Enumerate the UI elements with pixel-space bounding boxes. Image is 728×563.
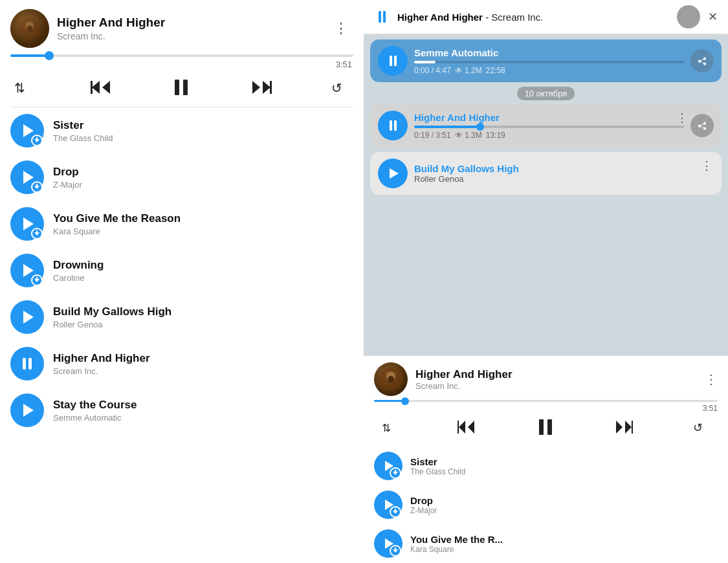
track-item[interactable]: You Give Me the Reason Kara Square: [0, 201, 364, 247]
shuffle-button[interactable]: ⇅: [13, 78, 31, 96]
track-info: Higher And Higher Scream Inc.: [53, 352, 353, 376]
right-repeat-button[interactable]: ↺: [693, 419, 710, 435]
msg-pause-button[interactable]: [378, 111, 408, 140]
audio-message[interactable]: Higher And Higher 0:19 / 3:51 👁 1.3M 13:…: [370, 104, 722, 147]
right-track-play-button[interactable]: [374, 452, 403, 480]
left-more-button[interactable]: ⋮: [329, 17, 353, 39]
right-track-play-button[interactable]: [374, 529, 403, 558]
msg-waveform-thumb: [476, 123, 484, 131]
svg-text:⇅: ⇅: [382, 422, 391, 434]
pause-button[interactable]: [171, 77, 192, 98]
right-track-item[interactable]: You Give Me the R... Kara Square: [364, 524, 728, 563]
album-art: [10, 9, 49, 48]
right-top-pause-button[interactable]: [371, 6, 392, 27]
right-track-item[interactable]: Drop Z-Major: [364, 485, 728, 524]
msg-eye-icon: 👁 1.3M: [455, 131, 482, 140]
track-play-button[interactable]: [10, 300, 44, 334]
track-item[interactable]: Drowning Caroline: [0, 247, 364, 294]
download-badge: [390, 467, 401, 479]
right-tracklist: Sister The Glass Child Drop Z-Major: [364, 447, 728, 563]
msg-share-button[interactable]: [690, 114, 714, 137]
download-badge: [31, 274, 43, 286]
msg-meta: 0:00 / 4:47 👁 1.2M 22:58: [414, 66, 684, 75]
right-track-info: You Give Me the R... Kara Square: [410, 534, 718, 554]
track-artist: Caroline: [53, 273, 353, 283]
track-item[interactable]: Drop Z-Major: [0, 154, 364, 201]
audio-message[interactable]: Semme Automatic 0:00 / 4:47 👁 1.2M 22:58: [370, 39, 722, 82]
right-progress-bar[interactable]: [374, 400, 718, 402]
msg-title: Higher And Higher: [414, 112, 684, 123]
next-button[interactable]: [250, 78, 273, 96]
svg-rect-16: [36, 184, 38, 186]
msg-more-button[interactable]: ⋮: [674, 109, 690, 126]
right-player-artist: Scream Inc.: [415, 381, 697, 391]
svg-rect-11: [270, 81, 272, 94]
msg-more-button[interactable]: ⋮: [698, 157, 715, 174]
left-progress-bar[interactable]: [10, 54, 353, 57]
repeat-button[interactable]: ↺: [331, 78, 351, 96]
track-play-button[interactable]: [10, 347, 44, 381]
track-item[interactable]: Sister The Glass Child: [0, 107, 364, 154]
svg-rect-20: [36, 277, 38, 280]
track-name: Higher And Higher: [53, 352, 353, 365]
audio-message[interactable]: Build My Gallows High Roller Genoa ⋮: [370, 152, 722, 195]
right-next-button[interactable]: [613, 419, 634, 435]
svg-rect-37: [395, 509, 396, 511]
right-progress-area[interactable]: 3:51: [374, 400, 718, 413]
msg-waveform[interactable]: [414, 61, 684, 63]
svg-marker-4: [92, 81, 100, 94]
msg-info: Semme Automatic 0:00 / 4:47 👁 1.2M 22:58: [414, 47, 684, 75]
msg-share-button[interactable]: [690, 49, 714, 72]
track-play-button[interactable]: [10, 160, 44, 194]
msg-waveform[interactable]: [414, 126, 684, 128]
right-track-play-button[interactable]: [374, 491, 403, 519]
track-info: Stay the Course Semme Automatic: [53, 399, 353, 423]
track-item[interactable]: Stay the Course Semme Automatic: [0, 387, 364, 434]
track-play-button[interactable]: [10, 393, 44, 427]
right-top-close-button[interactable]: ✕: [705, 7, 720, 27]
msg-duration: 22:58: [486, 66, 505, 75]
download-badge: [31, 181, 43, 193]
right-prev-button[interactable]: [456, 419, 477, 435]
right-player-info: Higher And Higher Scream Inc.: [415, 368, 697, 391]
right-player-title: Higher And Higher: [415, 368, 697, 381]
play-icon: [23, 217, 34, 230]
right-track-item[interactable]: Sister The Glass Child: [364, 447, 728, 485]
msg-play-button[interactable]: [378, 159, 408, 188]
track-play-button[interactable]: [10, 114, 44, 148]
right-top-avatar: [677, 5, 700, 28]
date-text: 10 октября: [517, 87, 575, 100]
right-time-display: 3:51: [374, 404, 718, 413]
right-top-song-title: Higher And Higher: [397, 12, 483, 23]
right-track-info: Sister The Glass Child: [410, 456, 718, 476]
svg-rect-18: [36, 230, 38, 233]
track-name: Stay the Course: [53, 399, 353, 412]
msg-duration: 13:19: [486, 131, 505, 140]
svg-rect-8: [183, 80, 188, 95]
play-icon: [23, 264, 34, 277]
msg-play-icon: [390, 168, 399, 179]
prev-button[interactable]: [89, 78, 113, 96]
track-item[interactable]: Higher And Higher Scream Inc.: [0, 340, 364, 387]
msg-info: Build My Gallows High Roller Genoa: [414, 163, 714, 184]
track-play-button[interactable]: [10, 207, 44, 241]
right-more-button[interactable]: ⋮: [705, 371, 718, 387]
right-shuffle-button[interactable]: ⇅: [382, 419, 397, 435]
right-album-art: [374, 362, 408, 396]
track-item[interactable]: Build My Gallows High Roller Genoa: [0, 294, 364, 340]
msg-pause-button[interactable]: [378, 46, 408, 76]
download-badge: [31, 228, 43, 239]
track-play-button[interactable]: [10, 254, 44, 287]
left-player-header: Higher And Higher Scream Inc. ⋮: [0, 0, 364, 52]
svg-rect-6: [91, 81, 93, 94]
left-progress-area[interactable]: 3:51: [0, 52, 364, 71]
svg-rect-14: [36, 137, 38, 140]
right-pause-button[interactable]: [536, 418, 555, 436]
right-progress-thumb: [401, 397, 409, 405]
svg-text:↺: ↺: [693, 421, 703, 434]
track-artist: Semme Automatic: [53, 413, 353, 423]
right-player: Higher And Higher Scream Inc. ⋮ 3:51 ⇅: [364, 355, 728, 447]
track-name: Drop: [53, 166, 353, 179]
track-name: You Give Me the Reason: [53, 212, 353, 225]
msg-time: 0:19 / 3:51: [414, 131, 451, 140]
